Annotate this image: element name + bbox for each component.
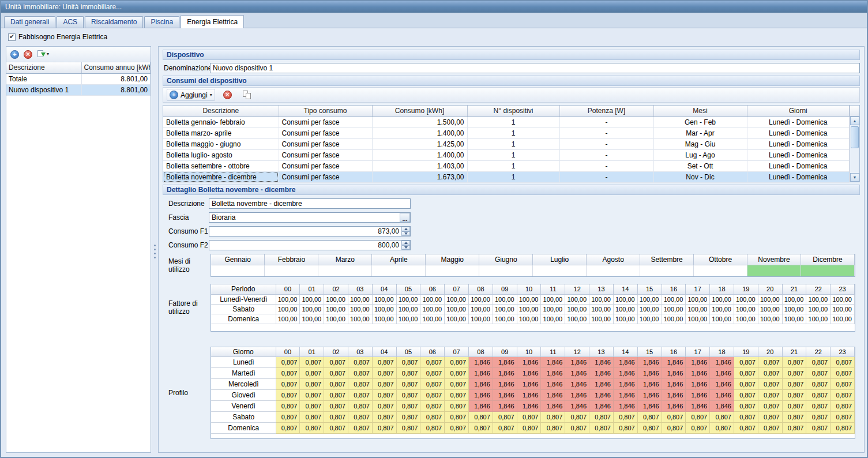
month-cell-aprile[interactable] [372, 265, 426, 276]
fattore-table-value-cell[interactable]: 100,00 [782, 304, 806, 314]
profilo-table-value-cell[interactable]: 0,807 [348, 412, 372, 423]
profilo-table-value-cell[interactable]: 0,807 [300, 401, 324, 412]
profilo-table-value-cell[interactable]: 1,846 [662, 401, 686, 412]
fattore-table-value-cell[interactable]: 100,00 [372, 294, 396, 304]
profilo-table-value-cell[interactable]: 1,846 [613, 390, 637, 401]
profilo-table-value-cell[interactable]: 1,846 [710, 390, 734, 401]
profilo-table-value-cell[interactable]: 0,807 [276, 357, 300, 368]
profilo-table-value-cell[interactable]: 1,846 [589, 357, 614, 368]
consumo-f2-spinner[interactable] [401, 241, 410, 250]
tab-riscaldamento[interactable]: Riscaldamento [85, 16, 143, 28]
fattore-table-value-cell[interactable]: 100,00 [324, 304, 348, 314]
profilo-table-value-cell[interactable]: 0,807 [734, 423, 758, 434]
fattore-table-value-cell[interactable]: 100,00 [686, 314, 710, 324]
fattore-table-value-cell[interactable]: 100,00 [565, 314, 589, 324]
fattore-table-value-cell[interactable]: 100,00 [396, 314, 420, 324]
fattore-table-value-cell[interactable]: 100,00 [831, 304, 855, 314]
profilo-table-value-cell[interactable]: 0,807 [782, 368, 806, 379]
fattore-table-value-cell[interactable]: 100,00 [686, 294, 710, 304]
profilo-table-value-cell[interactable]: 0,807 [469, 423, 493, 434]
spinner-down-icon[interactable] [401, 245, 410, 250]
profilo-table-value-cell[interactable]: 0,807 [396, 412, 420, 423]
device-row[interactable]: Nuovo dispositivo 18.801,00 [6, 84, 151, 95]
consumi-col-1[interactable]: Tipo consumo [279, 106, 372, 117]
scroll-up-button[interactable]: ▲ [850, 117, 859, 125]
profilo-table-value-cell[interactable]: 0,807 [348, 390, 372, 401]
profilo-table-value-cell[interactable]: 0,807 [300, 357, 324, 368]
profilo-table-value-cell[interactable]: 1,846 [613, 401, 637, 412]
fattore-table-value-cell[interactable]: 100,00 [276, 314, 300, 324]
fabbisogno-checkbox[interactable]: ✔ [8, 33, 16, 41]
profilo-table-value-cell[interactable]: 1,846 [589, 368, 614, 379]
fattore-table-value-cell[interactable]: 100,00 [662, 314, 686, 324]
profilo-table-value-cell[interactable]: 1,846 [710, 401, 734, 412]
fattore-table-value-cell[interactable]: 100,00 [710, 294, 734, 304]
profilo-table-value-cell[interactable]: 1,846 [662, 390, 686, 401]
profilo-table-value-cell[interactable]: 0,807 [758, 390, 782, 401]
consumi-col-0[interactable]: Descrizione [163, 106, 279, 117]
profilo-table-value-cell[interactable]: 0,807 [348, 401, 372, 412]
profilo-table-value-cell[interactable]: 0,807 [372, 379, 396, 390]
profilo-table-value-cell[interactable]: 1,846 [637, 390, 662, 401]
consumi-col-2[interactable]: Consumo [kWh] [372, 106, 467, 117]
profilo-table-value-cell[interactable]: 0,807 [806, 412, 831, 423]
profilo-table-value-cell[interactable]: 1,846 [541, 379, 565, 390]
fattore-table-value-cell[interactable]: 100,00 [806, 304, 831, 314]
fattore-table-value-cell[interactable]: 100,00 [396, 294, 420, 304]
profilo-table-value-cell[interactable]: 0,807 [589, 412, 614, 423]
profilo-table-value-cell[interactable]: 0,807 [324, 390, 348, 401]
fattore-table-value-cell[interactable]: 100,00 [493, 304, 517, 314]
profilo-table-value-cell[interactable]: 1,846 [541, 401, 565, 412]
month-cell-giugno[interactable] [479, 265, 533, 276]
profilo-table-value-cell[interactable]: 0,807 [493, 423, 517, 434]
profilo-table-value-cell[interactable]: 1,846 [517, 379, 541, 390]
profilo-table-value-cell[interactable]: 0,807 [276, 379, 300, 390]
profilo-table-value-cell[interactable]: 0,807 [300, 412, 324, 423]
profilo-table-value-cell[interactable]: 1,846 [686, 401, 710, 412]
profilo-table-value-cell[interactable]: 1,846 [589, 390, 614, 401]
profilo-table-value-cell[interactable]: 0,807 [324, 357, 348, 368]
month-cell-gennaio[interactable] [211, 265, 265, 276]
fattore-table-value-cell[interactable]: 100,00 [637, 314, 662, 324]
fattore-table-value-cell[interactable]: 100,00 [831, 314, 855, 324]
fattore-table-value-cell[interactable]: 100,00 [782, 294, 806, 304]
profilo-table-value-cell[interactable]: 1,846 [686, 368, 710, 379]
profilo-table-value-cell[interactable]: 1,846 [565, 401, 589, 412]
profilo-table-value-cell[interactable]: 0,807 [734, 401, 758, 412]
profilo-table-value-cell[interactable]: 0,807 [831, 368, 855, 379]
profilo-table-value-cell[interactable]: 1,846 [517, 368, 541, 379]
fattore-table-value-cell[interactable]: 100,00 [613, 294, 637, 304]
profilo-table-value-cell[interactable]: 0,807 [420, 401, 445, 412]
profilo-table-value-cell[interactable]: 1,846 [686, 379, 710, 390]
profilo-table-value-cell[interactable]: 0,807 [445, 357, 469, 368]
profilo-table-value-cell[interactable]: 0,807 [831, 357, 855, 368]
profilo-table-value-cell[interactable]: 1,846 [710, 379, 734, 390]
consumi-row[interactable]: Bolletta novembre - dicembreConsumi per … [163, 171, 850, 182]
fattore-table-value-cell[interactable]: 100,00 [806, 294, 831, 304]
profilo-table-value-cell[interactable]: 0,807 [324, 412, 348, 423]
profilo-table-value-cell[interactable]: 0,807 [613, 423, 637, 434]
profilo-table-value-cell[interactable]: 0,807 [396, 401, 420, 412]
month-cell-marzo[interactable] [318, 265, 372, 276]
fattore-table-value-cell[interactable]: 100,00 [758, 294, 782, 304]
profilo-table-value-cell[interactable]: 0,807 [300, 423, 324, 434]
profilo-table-value-cell[interactable]: 1,846 [710, 368, 734, 379]
profilo-table-value-cell[interactable]: 0,807 [445, 368, 469, 379]
profilo-table-value-cell[interactable]: 0,807 [686, 412, 710, 423]
profilo-table-value-cell[interactable]: 0,807 [734, 379, 758, 390]
profilo-table-value-cell[interactable]: 0,807 [734, 412, 758, 423]
profilo-table-value-cell[interactable]: 0,807 [372, 357, 396, 368]
profilo-table-value-cell[interactable]: 0,807 [445, 379, 469, 390]
profilo-table-value-cell[interactable]: 0,807 [420, 379, 445, 390]
fattore-table-value-cell[interactable]: 100,00 [686, 304, 710, 314]
profilo-table-value-cell[interactable]: 1,846 [662, 379, 686, 390]
profilo-table-value-cell[interactable]: 0,807 [372, 368, 396, 379]
consumo-f2-input[interactable] [209, 240, 411, 250]
fattore-table-value-cell[interactable]: 100,00 [517, 314, 541, 324]
fattore-table-value-cell[interactable]: 100,00 [300, 314, 324, 324]
profilo-table-value-cell[interactable]: 0,807 [758, 401, 782, 412]
profilo-table-value-cell[interactable]: 1,846 [493, 390, 517, 401]
profilo-table-value-cell[interactable]: 0,807 [758, 412, 782, 423]
fattore-table-value-cell[interactable]: 100,00 [710, 314, 734, 324]
fattore-table-value-cell[interactable]: 100,00 [420, 294, 445, 304]
